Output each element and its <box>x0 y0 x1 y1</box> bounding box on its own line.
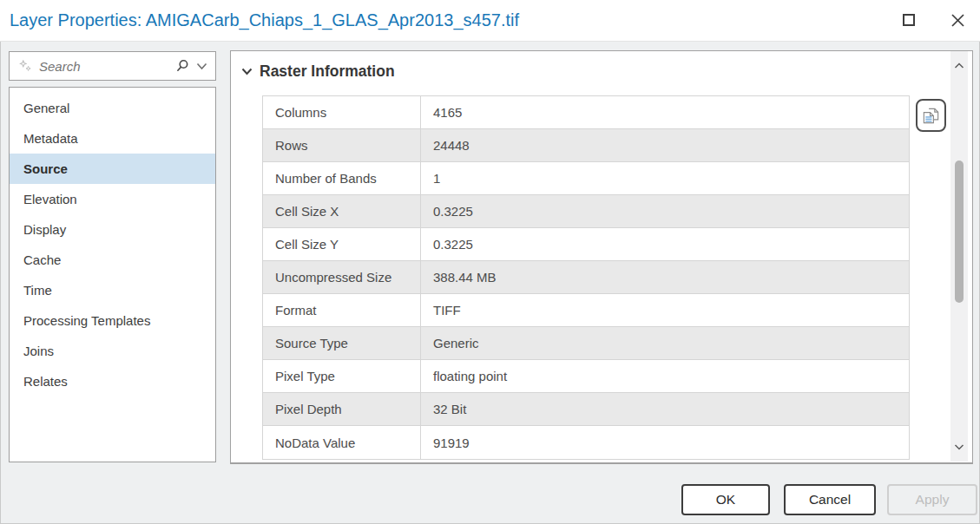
property-row-cell-size-x[interactable]: Cell Size X 0.3225 <box>263 195 909 228</box>
property-label: Rows <box>263 129 421 161</box>
property-value: 24448 <box>421 129 470 161</box>
dialog-title: Layer Properties: AMIGACarb_Chiaps_1_GLA… <box>10 0 519 41</box>
scroll-up-icon[interactable] <box>950 55 968 77</box>
maximize-icon <box>903 14 915 26</box>
property-row-format[interactable]: Format TIFF <box>263 294 909 327</box>
property-row-nodata-value[interactable]: NoData Value 91919 <box>263 426 909 459</box>
property-value: 388.44 MB <box>421 261 497 293</box>
property-label: Columns <box>263 96 421 128</box>
search-input[interactable] <box>39 59 168 74</box>
property-value: 91919 <box>421 426 470 459</box>
sidebar-item-label: Joins <box>23 344 54 358</box>
property-value: 0.3225 <box>421 228 473 260</box>
property-value: 4165 <box>421 96 462 128</box>
copy-button[interactable] <box>916 99 946 132</box>
sidebar-item-source[interactable]: Source <box>10 154 215 184</box>
sidebar-item-label: Time <box>23 283 52 298</box>
sidebar-nav: General Metadata Source Elevation Displa… <box>9 87 216 462</box>
property-value: 0.3225 <box>421 195 473 227</box>
vertical-scrollbar[interactable] <box>950 51 968 462</box>
property-row-columns[interactable]: Columns 4165 <box>263 96 909 129</box>
property-row-number-of-bands[interactable]: Number of Bands 1 <box>263 162 909 195</box>
sidebar-item-cache[interactable]: Cache <box>10 245 215 275</box>
raster-information-table: Columns 4165 Rows 24448 Number of Bands … <box>262 95 910 460</box>
cancel-button[interactable]: Cancel <box>784 484 876 515</box>
property-label: Number of Bands <box>263 162 421 194</box>
property-label: Pixel Type <box>263 360 421 392</box>
property-row-rows[interactable]: Rows 24448 <box>263 129 909 162</box>
property-row-source-type[interactable]: Source Type Generic <box>263 327 909 360</box>
sidebar-item-label: General <box>23 101 69 115</box>
sidebar-item-label: Display <box>23 222 66 237</box>
property-label: Cell Size X <box>263 195 421 227</box>
sidebar-item-label: Source <box>23 161 68 176</box>
collapse-chevron-icon <box>241 68 253 75</box>
property-label: Format <box>263 294 421 326</box>
sidebar-item-label: Processing Templates <box>23 313 150 328</box>
sidebar-item-elevation[interactable]: Elevation <box>10 184 215 214</box>
sidebar-item-relates[interactable]: Relates <box>10 366 215 396</box>
layer-properties-dialog: Layer Properties: AMIGACarb_Chiaps_1_GLA… <box>0 0 980 524</box>
scrollbar-thumb[interactable] <box>955 160 964 303</box>
scroll-down-icon[interactable] <box>950 436 968 458</box>
property-value: floating point <box>421 360 507 392</box>
sidebar-item-processing-templates[interactable]: Processing Templates <box>10 305 215 336</box>
section-title: Raster Information <box>260 62 395 81</box>
maximize-button[interactable] <box>891 4 926 36</box>
ok-button[interactable]: OK <box>681 484 770 515</box>
sparkle-icon <box>17 58 33 74</box>
property-row-pixel-type[interactable]: Pixel Type floating point <box>263 360 909 393</box>
sidebar-item-time[interactable]: Time <box>10 275 215 305</box>
property-label: Uncompressed Size <box>263 261 421 293</box>
sidebar-item-label: Relates <box>23 374 68 389</box>
property-row-uncompressed-size[interactable]: Uncompressed Size 388.44 MB <box>263 261 909 294</box>
property-label: Source Type <box>263 327 421 359</box>
property-label: Cell Size Y <box>263 228 421 260</box>
sidebar-item-general[interactable]: General <box>10 93 215 123</box>
property-value: 1 <box>421 162 440 194</box>
property-label: Pixel Depth <box>263 393 421 425</box>
search-box <box>9 51 216 81</box>
close-icon <box>950 13 965 28</box>
property-value: 32 Bit <box>421 393 466 425</box>
titlebar: Layer Properties: AMIGACarb_Chiaps_1_GLA… <box>0 0 980 42</box>
raster-information-section-header[interactable]: Raster Information <box>241 62 395 81</box>
sidebar-item-label: Metadata <box>23 131 78 146</box>
sidebar-item-label: Elevation <box>23 192 77 206</box>
property-label: NoData Value <box>263 426 421 459</box>
search-dropdown-chevron-icon[interactable] <box>196 62 207 70</box>
sidebar-item-joins[interactable]: Joins <box>10 336 215 366</box>
copy-icon <box>921 106 941 126</box>
apply-button[interactable]: Apply <box>887 484 977 515</box>
close-button[interactable] <box>940 4 975 36</box>
sidebar-item-label: Cache <box>23 252 61 267</box>
sidebar-item-metadata[interactable]: Metadata <box>10 123 215 154</box>
property-value: TIFF <box>421 294 461 326</box>
property-row-cell-size-y[interactable]: Cell Size Y 0.3225 <box>263 228 909 261</box>
search-icon[interactable] <box>174 58 190 74</box>
property-value: Generic <box>421 327 479 359</box>
property-row-pixel-depth[interactable]: Pixel Depth 32 Bit <box>263 393 909 426</box>
source-properties-panel: Raster Information Columns 4165 Rows 244… <box>230 50 973 464</box>
sidebar-item-display[interactable]: Display <box>10 214 215 245</box>
